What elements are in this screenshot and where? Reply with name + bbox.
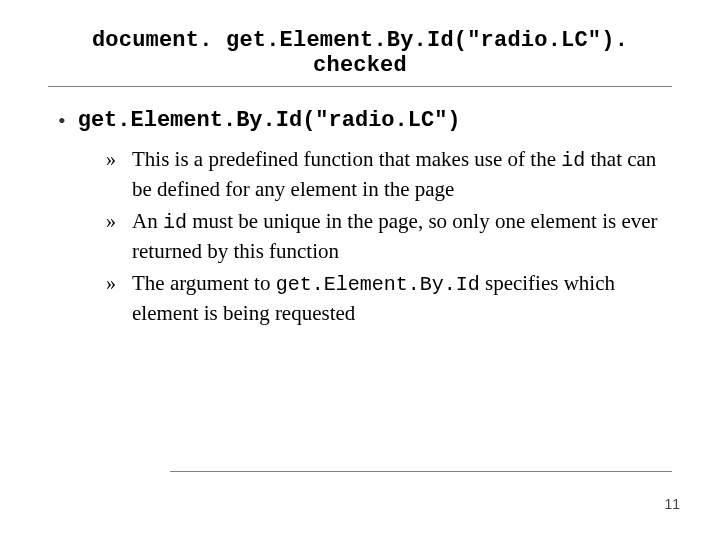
slide-title: document. get.Element.By.Id("radio.LC").… — [48, 28, 672, 78]
subitem-text: This is a predefined function that makes… — [132, 145, 672, 203]
list-item: » The argument to get.Element.By.Id spec… — [106, 269, 672, 327]
text-pre: An — [132, 209, 163, 233]
text-pre: The argument to — [132, 271, 276, 295]
text-post: must be unique in the page, so only one … — [132, 209, 658, 263]
list-item: » This is a predefined function that mak… — [106, 145, 672, 203]
subitem-text: The argument to get.Element.By.Id specif… — [132, 269, 672, 327]
text-code: id — [561, 149, 585, 172]
subbullet-marker: » — [106, 269, 118, 297]
divider-top — [48, 86, 672, 87]
subbullet-marker: » — [106, 145, 118, 173]
slide: document. get.Element.By.Id("radio.LC").… — [0, 0, 720, 540]
sub-list: » This is a predefined function that mak… — [106, 145, 672, 327]
bullet-item: • get.Element.By.Id("radio.LC") — [58, 109, 672, 133]
text-code: get.Element.By.Id — [276, 273, 480, 296]
text-code: id — [163, 211, 187, 234]
page-number: 11 — [664, 496, 680, 512]
text-pre: This is a predefined function that makes… — [132, 147, 561, 171]
subitem-text: An id must be unique in the page, so onl… — [132, 207, 672, 265]
divider-bottom — [170, 471, 672, 472]
bullet-code: get.Element.By.Id("radio.LC") — [78, 109, 461, 133]
bullet-marker: • — [58, 109, 66, 133]
list-item: » An id must be unique in the page, so o… — [106, 207, 672, 265]
subbullet-marker: » — [106, 207, 118, 235]
